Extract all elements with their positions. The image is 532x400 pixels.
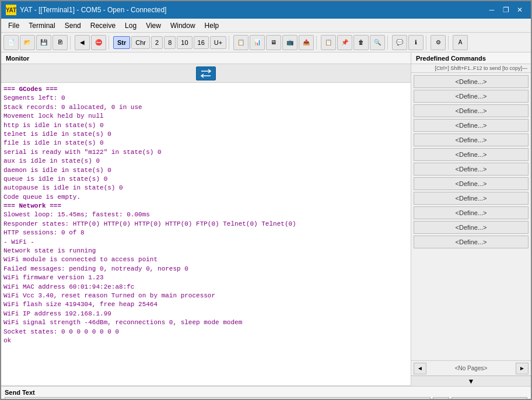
- tb-num16[interactable]: 16: [194, 36, 209, 49]
- tb-new-button[interactable]: 📄: [4, 35, 19, 50]
- tb-info-button[interactable]: ℹ: [408, 35, 424, 50]
- nav-next-button[interactable]: ►: [516, 363, 528, 374]
- tb-str-label[interactable]: Str: [113, 36, 130, 49]
- app-icon: YAT: [6, 5, 16, 15]
- menu-receive[interactable]: Receive: [86, 20, 120, 31]
- predefined-hint: [Ctrl+] Shift+F1..F12 to send [to copy]—: [411, 64, 531, 73]
- tb-chat-button[interactable]: 💬: [392, 35, 407, 50]
- predef-btn-10[interactable]: <Define...>: [414, 206, 528, 219]
- predef-btn-3[interactable]: <Define...>: [414, 104, 528, 117]
- tb-sep5: [387, 36, 390, 50]
- tb-font-button[interactable]: A: [453, 35, 468, 50]
- tb-chr-label[interactable]: Chr: [131, 36, 150, 49]
- predef-btn-2[interactable]: <Define...>: [414, 90, 528, 103]
- predef-btn-7[interactable]: <Define...>: [414, 163, 528, 176]
- menu-terminal[interactable]: Terminal: [24, 20, 60, 31]
- menu-window[interactable]: Window: [166, 20, 200, 31]
- menu-view[interactable]: View: [141, 20, 166, 31]
- tb-monitor3[interactable]: 🖥: [266, 35, 281, 50]
- nav-prev-button[interactable]: ◄: [414, 363, 426, 374]
- tb-paste-button[interactable]: 📌: [337, 35, 352, 50]
- send-text-area: Send Text m122 ... Send Text (F3): [1, 387, 531, 400]
- window-controls: ─ ❐ ✕: [485, 3, 526, 16]
- monitor-toolbar: [1, 64, 411, 83]
- restore-button[interactable]: ❐: [499, 3, 512, 16]
- menu-file[interactable]: File: [4, 20, 24, 31]
- tb-monitor5[interactable]: 📤: [299, 35, 314, 50]
- predef-btn-11[interactable]: <Define...>: [414, 221, 528, 234]
- minimize-button[interactable]: ─: [485, 3, 498, 16]
- tb-monitor4[interactable]: 📺: [282, 35, 298, 50]
- tb-filter-button[interactable]: 🔍: [370, 35, 385, 50]
- predefined-scroll-bottom: ▼: [411, 376, 531, 386]
- tb-numu[interactable]: U+: [210, 36, 226, 49]
- tb-sep6: [426, 36, 428, 50]
- predef-btn-1[interactable]: <Define...>: [414, 75, 528, 88]
- predefined-nav: ◄ <No Pages> ►: [411, 360, 531, 376]
- tb-save-button[interactable]: 💾: [36, 35, 51, 50]
- tb-num10[interactable]: 10: [177, 36, 192, 49]
- menu-log[interactable]: Log: [120, 20, 141, 31]
- tb-settings-button[interactable]: ⚙: [430, 35, 446, 50]
- predef-btn-9[interactable]: <Define...>: [414, 192, 528, 205]
- predef-btn-5[interactable]: <Define...>: [414, 134, 528, 146]
- predefined-header: Predefined Commands: [411, 52, 531, 64]
- menu-bar: File Terminal Send Receive Log View Wind…: [1, 19, 531, 33]
- tb-open-button[interactable]: 📂: [20, 35, 35, 50]
- scroll-down-icon: ▼: [468, 377, 475, 385]
- predef-btn-12[interactable]: <Define...>: [414, 236, 528, 248]
- monitor-header: Monitor: [1, 52, 411, 64]
- tb-sep3: [229, 36, 231, 50]
- tb-monitor1[interactable]: 📋: [233, 35, 249, 50]
- predef-btn-4[interactable]: <Define...>: [414, 119, 528, 132]
- send-text-row: m122 ... Send Text (F3): [5, 397, 527, 400]
- close-button[interactable]: ✕: [513, 3, 526, 16]
- tb-sep1: [70, 36, 72, 50]
- tb-monitor2[interactable]: 📊: [250, 35, 265, 50]
- tb-stop-button[interactable]: ⛔: [91, 35, 106, 50]
- tb-btn4[interactable]: 🖹: [52, 35, 68, 50]
- send-text-dots-button[interactable]: ...: [433, 397, 449, 400]
- menu-send[interactable]: Send: [60, 20, 86, 31]
- send-text-label: Send Text: [5, 389, 527, 396]
- bottom-section: Send Text m122 ... Send Text (F3) Send F…: [1, 386, 531, 400]
- send-text-input[interactable]: m122: [5, 397, 430, 400]
- window-title: YAT - [[Terminal1] - COM5 - Open - Conne…: [20, 6, 482, 14]
- predef-btn-8[interactable]: <Define...>: [414, 177, 528, 190]
- no-pages-label: <No Pages>: [426, 365, 516, 371]
- tb-clear-button[interactable]: 🗑: [354, 35, 369, 50]
- main-content: Monitor === GCodes ===Segments left: 0St…: [1, 52, 531, 386]
- predef-btn-6[interactable]: <Define...>: [414, 148, 528, 161]
- predefined-buttons: <Define...> <Define...> <Define...> <Def…: [411, 73, 531, 360]
- menu-help[interactable]: Help: [200, 20, 224, 31]
- tb-copy-button[interactable]: 📋: [321, 35, 336, 50]
- tb-sep2: [108, 36, 111, 50]
- tb-back-button[interactable]: ◀: [75, 35, 90, 50]
- tb-num8[interactable]: 8: [164, 36, 176, 49]
- toolbar: 📄 📂 💾 🖹 ◀ ⛔ Str Chr 2 8 10 16 U+ 📋 📊 🖥 📺…: [1, 33, 531, 52]
- tb-num2[interactable]: 2: [151, 36, 163, 49]
- tb-sep7: [448, 36, 450, 50]
- title-bar: YAT YAT - [[Terminal1] - COM5 - Open - C…: [1, 1, 531, 19]
- predefined-panel: Predefined Commands [Ctrl+] Shift+F1..F1…: [411, 52, 531, 386]
- send-text-f3-button[interactable]: Send Text (F3): [452, 397, 527, 400]
- monitor-output: === GCodes ===Segments left: 0Stack reco…: [1, 83, 411, 386]
- monitor-swap-button[interactable]: [196, 66, 216, 80]
- monitor-panel: Monitor === GCodes ===Segments left: 0St…: [1, 52, 411, 386]
- tb-sep4: [316, 36, 318, 50]
